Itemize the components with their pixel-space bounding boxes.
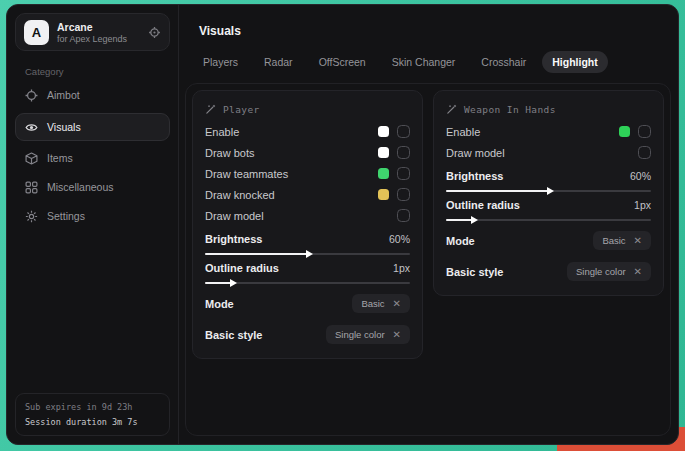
tag-label: Basic <box>361 298 384 309</box>
slider-fill <box>446 190 549 192</box>
row-label: Basic style <box>205 329 326 341</box>
row-label: Mode <box>446 235 593 247</box>
color-swatch[interactable] <box>378 189 389 200</box>
row-label: Mode <box>205 298 352 310</box>
tag-label: Single color <box>576 266 626 277</box>
crosshair-icon <box>25 89 38 102</box>
slider-value: 60% <box>630 170 651 182</box>
checkbox[interactable] <box>397 146 410 159</box>
sidebar-item-settings[interactable]: Settings <box>15 202 170 230</box>
grid-icon <box>25 181 38 194</box>
wand-icon <box>205 104 216 115</box>
sidebar-item-label: Settings <box>47 210 85 222</box>
page-title: Visuals <box>199 24 671 38</box>
draw-bots-row: Draw bots <box>205 142 410 163</box>
color-swatch[interactable] <box>378 147 389 158</box>
basic-style-row: Basic style Single color ✕ <box>205 323 410 346</box>
checkbox[interactable] <box>638 125 651 138</box>
app-subtitle: for Apex Legends <box>57 34 127 44</box>
tab-crosshair[interactable]: Crosshair <box>471 51 536 73</box>
row-label: Outline radius <box>205 262 393 274</box>
row-label: Enable <box>446 126 619 138</box>
row-label: Draw teammates <box>205 168 378 180</box>
tab-bar: PlayersRadarOffScreenSkin ChangerCrossha… <box>193 51 671 73</box>
slider-thumb[interactable] <box>230 279 237 287</box>
checkbox[interactable] <box>397 125 410 138</box>
slider-thumb[interactable] <box>547 187 554 195</box>
mode-row: Mode Basic ✕ <box>205 292 410 315</box>
sub-expiry-text: Sub expires in 9d 23h <box>25 402 160 412</box>
sidebar-item-label: Items <box>47 152 73 164</box>
subscription-info-card: Sub expires in 9d 23h Session duration 3… <box>15 393 170 436</box>
app-logo: A <box>24 20 49 45</box>
checkbox[interactable] <box>397 167 410 180</box>
row-label: Brightness <box>205 233 389 245</box>
wand-icon <box>446 104 457 115</box>
slider-fill <box>205 253 308 255</box>
gear-icon <box>25 210 38 223</box>
tag-remove-icon[interactable]: ✕ <box>634 236 642 246</box>
category-section-label: Category <box>25 66 170 77</box>
tab-offscreen[interactable]: OffScreen <box>309 51 376 73</box>
slider-track[interactable] <box>205 282 410 284</box>
checkbox[interactable] <box>397 188 410 201</box>
tag-pill[interactable]: Basic ✕ <box>593 231 651 250</box>
tag-label: Basic <box>602 235 625 246</box>
row-label: Outline radius <box>446 199 634 211</box>
sidebar-item-items[interactable]: Items <box>15 144 170 172</box>
tag-remove-icon[interactable]: ✕ <box>634 267 642 277</box>
sidebar-item-aimbot[interactable]: Aimbot <box>15 81 170 109</box>
slider-thumb[interactable] <box>471 216 478 224</box>
slider-track[interactable] <box>446 219 651 221</box>
sidebar-item-miscellaneous[interactable]: Miscellaneous <box>15 173 170 201</box>
slider-fill <box>205 282 232 284</box>
checkbox[interactable] <box>638 146 651 159</box>
tag-remove-icon[interactable]: ✕ <box>393 299 401 309</box>
row-label: Enable <box>205 126 378 138</box>
color-swatch[interactable] <box>619 126 630 137</box>
draw-teammates-row: Draw teammates <box>205 163 410 184</box>
tab-highlight[interactable]: Highlight <box>542 51 608 73</box>
slider-fill <box>446 219 473 221</box>
app-name: Arcane <box>57 21 127 33</box>
row-label: Draw bots <box>205 147 378 159</box>
slider-value: 1px <box>393 262 410 274</box>
sidebar-item-visuals[interactable]: Visuals <box>15 113 170 141</box>
tag-pill[interactable]: Basic ✕ <box>352 294 410 313</box>
slider-track[interactable] <box>446 190 651 192</box>
tag-pill[interactable]: Single color ✕ <box>567 262 651 281</box>
tab-skin-changer[interactable]: Skin Changer <box>382 51 466 73</box>
session-duration-text: Session duration 3m 7s <box>25 417 160 427</box>
app-window: A Arcane for Apex Legends Category Aimbo… <box>6 4 679 445</box>
tab-radar[interactable]: Radar <box>254 51 303 73</box>
main-content: Visuals PlayersRadarOffScreenSkin Change… <box>179 5 678 444</box>
cube-icon <box>25 152 38 165</box>
slider-value: 60% <box>389 233 410 245</box>
row-label: Draw model <box>205 210 397 222</box>
tag-label: Single color <box>335 329 385 340</box>
brightness-row: Brightness 60% <box>205 233 410 255</box>
row-label: Draw knocked <box>205 189 378 201</box>
tag-remove-icon[interactable]: ✕ <box>393 330 401 340</box>
color-swatch[interactable] <box>378 126 389 137</box>
slider-track[interactable] <box>205 253 410 255</box>
slider-thumb[interactable] <box>306 250 313 258</box>
sidebar-nav: Aimbot Visuals Items Miscellaneous Setti… <box>15 81 170 231</box>
color-swatch[interactable] <box>378 168 389 179</box>
mode-row: Mode Basic ✕ <box>446 229 651 252</box>
sidebar: A Arcane for Apex Legends Category Aimbo… <box>7 5 179 444</box>
panel-title: Weapon In Hands <box>464 104 556 115</box>
enable-row: Enable <box>446 121 651 142</box>
outline-radius-row: Outline radius 1px <box>446 199 651 221</box>
panel-player: Player Enable Draw bots Draw teammates D… <box>192 90 423 359</box>
tag-pill[interactable]: Single color ✕ <box>326 325 410 344</box>
sidebar-item-label: Visuals <box>47 121 81 133</box>
row-label: Draw model <box>446 147 638 159</box>
eye-icon <box>25 121 38 134</box>
sidebar-item-label: Miscellaneous <box>47 181 114 193</box>
tab-players[interactable]: Players <box>193 51 248 73</box>
target-icon[interactable] <box>148 26 161 39</box>
enable-row: Enable <box>205 121 410 142</box>
sidebar-item-label: Aimbot <box>47 89 80 101</box>
checkbox[interactable] <box>397 209 410 222</box>
